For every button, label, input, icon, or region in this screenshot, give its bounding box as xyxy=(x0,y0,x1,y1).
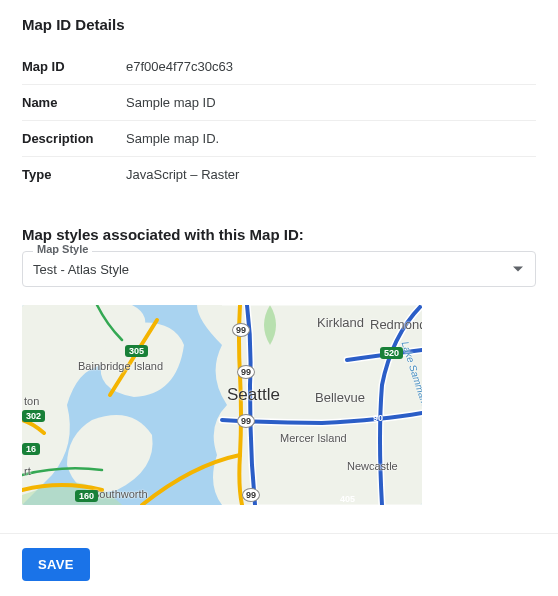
map-style-select-value: Test - Atlas Style xyxy=(33,262,129,277)
details-table: Map ID e7f00e4f77c30c63 Name Sample map … xyxy=(22,49,536,192)
details-label: Map ID xyxy=(22,49,126,85)
map-place-label: Kirkland xyxy=(317,315,364,330)
map-style-select[interactable]: Map Style Test - Atlas Style xyxy=(22,251,536,287)
state-route-shield-icon: 305 xyxy=(125,345,148,357)
map-style-select-label: Map Style xyxy=(33,244,92,255)
map-place-label: ton xyxy=(24,395,39,407)
map-place-label: Bellevue xyxy=(315,390,365,405)
details-row-name: Name Sample map ID xyxy=(22,85,536,121)
interstate-shield-icon: 90 xyxy=(373,413,383,423)
footer: SAVE xyxy=(0,534,558,596)
state-route-shield-icon: 160 xyxy=(75,490,98,502)
map-place-label: Bainbridge Island xyxy=(78,360,146,372)
route-shield-icon: 99 xyxy=(237,365,255,379)
details-value: e7f00e4f77c30c63 xyxy=(126,49,536,85)
details-label: Name xyxy=(22,85,126,121)
details-value: Sample map ID. xyxy=(126,121,536,157)
save-button[interactable]: SAVE xyxy=(22,548,90,581)
state-route-shield-icon: 16 xyxy=(22,443,40,455)
details-row-type: Type JavaScript – Raster xyxy=(22,157,536,193)
map-place-label: Mercer Island xyxy=(280,432,347,444)
interstate-shield-icon: 405 xyxy=(340,494,355,504)
map-preview[interactable]: Seattle Bellevue Kirkland Redmond Mercer… xyxy=(22,305,422,505)
map-place-label: Redmond xyxy=(370,317,422,332)
route-shield-icon: 99 xyxy=(242,488,260,502)
details-label: Type xyxy=(22,157,126,193)
details-value: Sample map ID xyxy=(126,85,536,121)
map-place-label: rt xyxy=(24,465,31,477)
details-row-map-id: Map ID e7f00e4f77c30c63 xyxy=(22,49,536,85)
map-place-label: Newcastle xyxy=(347,460,398,472)
details-value: JavaScript – Raster xyxy=(126,157,536,193)
details-row-description: Description Sample map ID. xyxy=(22,121,536,157)
styles-heading: Map styles associated with this Map ID: xyxy=(22,226,536,243)
map-place-label: Seattle xyxy=(227,385,280,405)
map-place-label: Southworth xyxy=(92,488,148,500)
state-route-shield-icon: 520 xyxy=(380,347,403,359)
chevron-down-icon xyxy=(513,267,523,272)
route-shield-icon: 99 xyxy=(232,323,250,337)
state-route-shield-icon: 302 xyxy=(22,410,45,422)
details-label: Description xyxy=(22,121,126,157)
page-root: Map ID Details Map ID e7f00e4f77c30c63 N… xyxy=(0,0,558,505)
details-heading: Map ID Details xyxy=(22,16,536,33)
route-shield-icon: 99 xyxy=(237,414,255,428)
